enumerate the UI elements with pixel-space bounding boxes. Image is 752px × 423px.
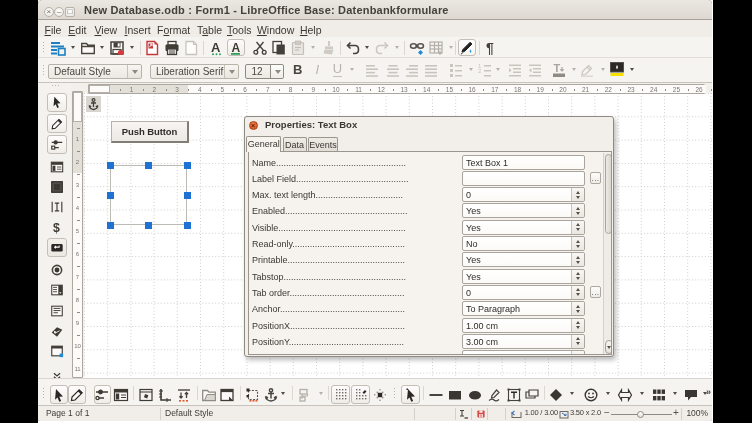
svg-text:A: A: [211, 40, 221, 55]
svg-text:¶: ¶: [486, 40, 494, 56]
svg-text:A: A: [231, 40, 240, 54]
svg-text:2: 2: [478, 68, 482, 74]
svg-text:T: T: [553, 62, 560, 74]
svg-text:$: $: [53, 221, 60, 234]
